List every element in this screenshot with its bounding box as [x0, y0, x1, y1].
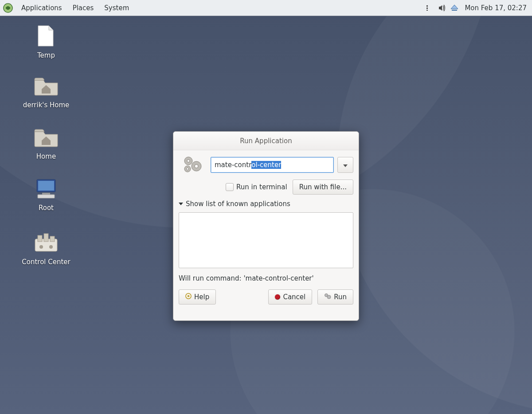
svg-rect-3 — [426, 10, 428, 11]
home-folder-icon — [34, 74, 59, 98]
svg-point-12 — [39, 245, 43, 249]
svg-point-17 — [195, 164, 198, 168]
top-panel: Applications Places System Mon Feb 17, 0… — [0, 0, 532, 16]
notification-icon[interactable] — [425, 3, 434, 13]
svg-point-19 — [187, 168, 189, 170]
command-history-dropdown[interactable] — [337, 157, 353, 173]
run-in-terminal-label: Run in terminal — [236, 183, 287, 191]
will-run-command-label: Will run command: 'mate-control-center' — [179, 274, 353, 282]
svg-point-23 — [327, 295, 331, 299]
chevron-down-icon — [343, 161, 348, 169]
svg-point-13 — [49, 245, 53, 249]
help-icon — [185, 293, 192, 301]
desktop-icon-label: Root — [39, 204, 54, 212]
control-center-icon — [34, 230, 59, 255]
desktop-icon-temp[interactable]: Temp — [11, 24, 82, 59]
cancel-label: Cancel — [283, 293, 305, 301]
triangle-down-icon — [179, 203, 183, 205]
run-with-file-label: Run with file... — [299, 183, 347, 191]
svg-rect-2 — [426, 8, 428, 9]
svg-rect-5 — [38, 181, 54, 191]
system-tray: Mon Feb 17, 02:27 — [425, 3, 529, 13]
run-icon — [179, 155, 207, 175]
distro-logo-icon[interactable] — [3, 3, 13, 13]
network-icon[interactable] — [450, 3, 459, 13]
known-apps-label: Show list of known applications — [186, 200, 290, 208]
panel-clock[interactable]: Mon Feb 17, 02:27 — [462, 4, 529, 12]
svg-rect-6 — [42, 193, 50, 195]
known-applications-list[interactable] — [179, 212, 353, 268]
command-text-selection: ol-center — [251, 161, 281, 169]
desktop-icon-home[interactable]: Home — [11, 125, 82, 160]
desktop-icon-root[interactable]: Root — [11, 176, 82, 212]
command-input[interactable]: mate-control-center — [211, 157, 334, 173]
cancel-icon — [275, 294, 280, 300]
menu-applications[interactable]: Applications — [16, 1, 67, 15]
svg-rect-7 — [38, 195, 55, 198]
gears-icon — [324, 293, 331, 301]
desktop-icon-label: Control Center — [22, 258, 70, 266]
desktop-icon-label: Temp — [37, 51, 55, 59]
desktop-icon-control-center[interactable]: Control Center — [11, 230, 82, 266]
desktop-icon-derriks-home[interactable]: derrik's Home — [11, 74, 82, 109]
svg-point-21 — [188, 295, 190, 297]
run-in-terminal-checkbox[interactable]: Run in terminal — [226, 183, 287, 191]
command-text-prefix: mate-contr — [215, 161, 251, 169]
svg-rect-1 — [426, 5, 428, 7]
run-label: Run — [334, 293, 347, 301]
help-label: Help — [194, 293, 209, 301]
dialog-button-bar: Help Cancel Run — [173, 285, 359, 310]
cancel-button[interactable]: Cancel — [268, 289, 312, 305]
menu-places[interactable]: Places — [67, 1, 99, 15]
known-apps-disclosure[interactable]: Show list of known applications — [179, 200, 353, 208]
svg-rect-11 — [50, 236, 55, 242]
help-button[interactable]: Help — [179, 289, 216, 305]
checkbox-box-icon — [226, 183, 234, 191]
run-with-file-button[interactable]: Run with file... — [293, 180, 353, 195]
svg-rect-9 — [38, 235, 42, 242]
dialog-titlebar[interactable]: Run Application — [173, 132, 359, 150]
svg-rect-10 — [44, 234, 48, 242]
dialog-title: Run Application — [240, 137, 292, 145]
panel-menus: Applications Places System — [3, 1, 134, 15]
text-file-icon — [34, 24, 59, 49]
menu-system[interactable]: System — [99, 1, 134, 15]
run-application-dialog: Run Application mate-control-center — [173, 131, 359, 321]
volume-icon[interactable] — [437, 3, 447, 13]
computer-icon — [34, 176, 59, 201]
desktop-icon-label: derrik's Home — [23, 101, 70, 109]
svg-point-15 — [187, 160, 190, 162]
run-button[interactable]: Run — [317, 289, 353, 305]
desktop-icon-label: Home — [36, 152, 56, 160]
home-folder-icon — [34, 125, 59, 150]
